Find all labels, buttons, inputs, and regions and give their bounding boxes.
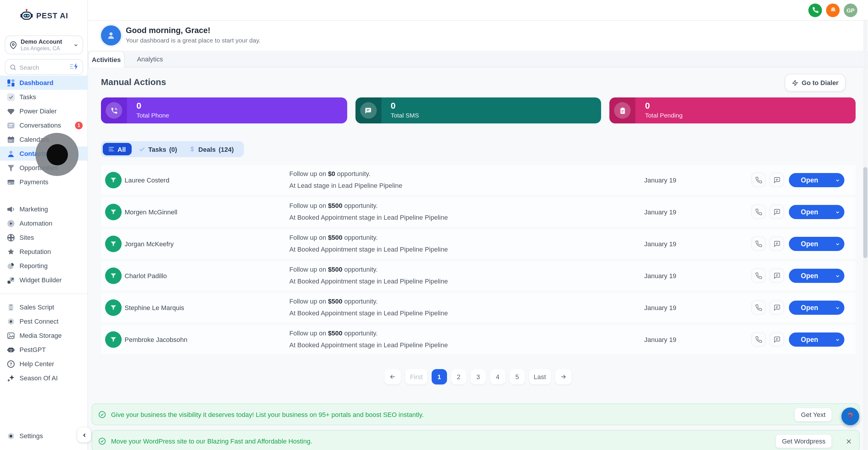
contact-name[interactable]: Lauree Costerd	[125, 177, 169, 184]
sidebar-item-help-center[interactable]: ? Help Center	[0, 357, 88, 371]
sidebar-item-opportunities[interactable]: Opportunities	[0, 161, 88, 175]
get-yext-button[interactable]: Get Yext	[795, 407, 832, 421]
search-input[interactable]	[20, 63, 62, 70]
sidebar-item-reputation[interactable]: Reputation	[0, 244, 88, 259]
tab-analytics[interactable]: Analytics	[130, 51, 170, 67]
sidebar-item-settings[interactable]: Settings	[0, 429, 88, 443]
call-button[interactable]	[751, 204, 766, 219]
open-button[interactable]: Open	[789, 173, 844, 187]
account-selector[interactable]: Demo Account Los Angeles, CA	[5, 35, 83, 54]
page-3-button[interactable]: 3	[471, 369, 486, 385]
sidebar-item-widget-builder[interactable]: Widget Builder	[0, 273, 88, 287]
contact-name[interactable]: Charlot Padillo	[125, 272, 167, 279]
sidebar-item-sites[interactable]: Sites	[0, 230, 88, 244]
message-button[interactable]	[769, 268, 784, 283]
dialer-quick-button[interactable]	[808, 3, 822, 17]
sidebar-item-tasks[interactable]: Tasks	[0, 90, 88, 104]
sidebar-item-calendars[interactable]: Calendars	[0, 132, 88, 146]
stat-value: 0	[136, 100, 142, 111]
list-item: Lauree Costerd Follow up on $0 opportuni…	[101, 166, 856, 195]
get-wordpress-button[interactable]: Get Wordpress	[775, 434, 832, 448]
chevron-down-icon[interactable]	[830, 305, 844, 310]
chat-icon	[773, 304, 780, 311]
question-circle-icon: ?	[6, 360, 15, 368]
message-button[interactable]	[769, 204, 784, 219]
message-button[interactable]	[769, 173, 784, 187]
call-button[interactable]	[751, 236, 766, 251]
chevron-down-icon[interactable]	[830, 241, 844, 246]
sidebar-item-media-storage[interactable]: Media Storage	[0, 328, 88, 342]
open-button[interactable]: Open	[789, 301, 844, 315]
page-last-button[interactable]: Last	[529, 369, 551, 385]
filter-tasks[interactable]: Tasks (0)	[134, 146, 182, 153]
page-next-button[interactable]	[555, 369, 571, 385]
call-button[interactable]	[751, 268, 766, 283]
sidebar-item-reporting[interactable]: Reporting	[0, 259, 88, 273]
call-button[interactable]	[751, 300, 766, 315]
page-prev-button[interactable]	[385, 369, 401, 385]
row-date: January 19	[644, 272, 676, 279]
chevron-down-icon[interactable]	[830, 337, 844, 342]
person-icon	[106, 31, 116, 40]
sidebar-nav-bottom: Settings	[0, 429, 88, 443]
sidebar: PEST AI Demo Account Los Angeles, CA Das…	[0, 0, 88, 450]
sidebar-item-label: Contacts	[20, 150, 47, 157]
chevron-down-icon[interactable]	[830, 177, 844, 183]
phone-stat-icon	[106, 102, 122, 119]
chevron-down-icon[interactable]	[830, 209, 844, 215]
close-icon[interactable]	[844, 437, 853, 446]
sidebar-item-marketing[interactable]: Marketing	[0, 202, 88, 216]
sidebar-item-pestgpt[interactable]: PestGPT	[0, 342, 88, 357]
tab-activities[interactable]: Activities	[88, 51, 125, 67]
page-first-button[interactable]: First	[405, 369, 428, 385]
message-button[interactable]	[769, 236, 784, 251]
call-button[interactable]	[751, 173, 766, 187]
page-2-button[interactable]: 2	[451, 369, 466, 385]
sidebar-collapse-button[interactable]	[78, 427, 91, 442]
user-avatar[interactable]: GP	[844, 3, 857, 17]
go-to-dialer-button[interactable]: Go to Dialer	[784, 74, 845, 92]
message-button[interactable]	[769, 300, 784, 315]
sidebar-item-dashboard[interactable]: Dashboard	[0, 76, 88, 90]
chevron-down-icon[interactable]	[830, 273, 844, 278]
open-button[interactable]: Open	[789, 205, 844, 219]
megaphone-icon	[6, 205, 15, 213]
open-button[interactable]: Open	[789, 332, 844, 347]
sidebar-item-conversations[interactable]: Conversations 1	[0, 118, 88, 132]
sidebar-nav-secondary: Marketing Automation Sites Reputation Re…	[0, 202, 88, 287]
topbar: GP	[88, 0, 868, 21]
call-button[interactable]	[751, 332, 766, 347]
script-icon	[6, 303, 15, 311]
search-box[interactable]	[5, 59, 83, 75]
search-icon	[9, 63, 17, 70]
play-circle-icon	[6, 219, 15, 228]
sidebar-item-power-dialer[interactable]: Power Dialer	[0, 104, 88, 118]
list-item: Pembroke Jacobsohn Follow up on $500 opp…	[101, 325, 856, 354]
sidebar-item-contacts[interactable]: Contacts	[0, 146, 88, 161]
page-1-button[interactable]: 1	[432, 369, 447, 385]
scrollbar-thumb[interactable]	[863, 167, 867, 258]
contact-name[interactable]: Jorgan McKeefry	[125, 240, 174, 247]
desc-stage: At Booked Appointment stage in Lead Pipe…	[289, 309, 448, 317]
sidebar-item-label: Reputation	[20, 248, 51, 255]
contact-name[interactable]: Morgen McGinnell	[125, 208, 178, 215]
page-4-button[interactable]: 4	[490, 369, 505, 385]
filter-all[interactable]: All	[103, 143, 132, 155]
help-widget-button[interactable]: ?	[841, 408, 859, 425]
message-button[interactable]	[769, 332, 784, 347]
row-date: January 19	[644, 208, 676, 215]
open-button[interactable]: Open	[789, 237, 844, 251]
quick-actions-icon[interactable]	[70, 62, 79, 72]
page-5-button[interactable]: 5	[509, 369, 525, 385]
open-button[interactable]: Open	[789, 269, 844, 283]
list-item: Morgen McGinnell Follow up on $500 oppor…	[101, 197, 856, 227]
sidebar-item-payments[interactable]: Payments	[0, 175, 88, 189]
sidebar-item-sales-script[interactable]: Sales Script	[0, 300, 88, 314]
sidebar-item-season-of-ai[interactable]: Season Of AI	[0, 371, 88, 385]
contact-name[interactable]: Pembroke Jacobsohn	[125, 336, 187, 343]
filter-deals[interactable]: Deals (124)	[184, 146, 239, 153]
notifications-button[interactable]	[826, 3, 840, 17]
sidebar-item-pest-connect[interactable]: Pest Connect	[0, 314, 88, 328]
sidebar-item-automation[interactable]: Automation	[0, 216, 88, 230]
contact-name[interactable]: Stephine Le Marquis	[125, 304, 184, 311]
